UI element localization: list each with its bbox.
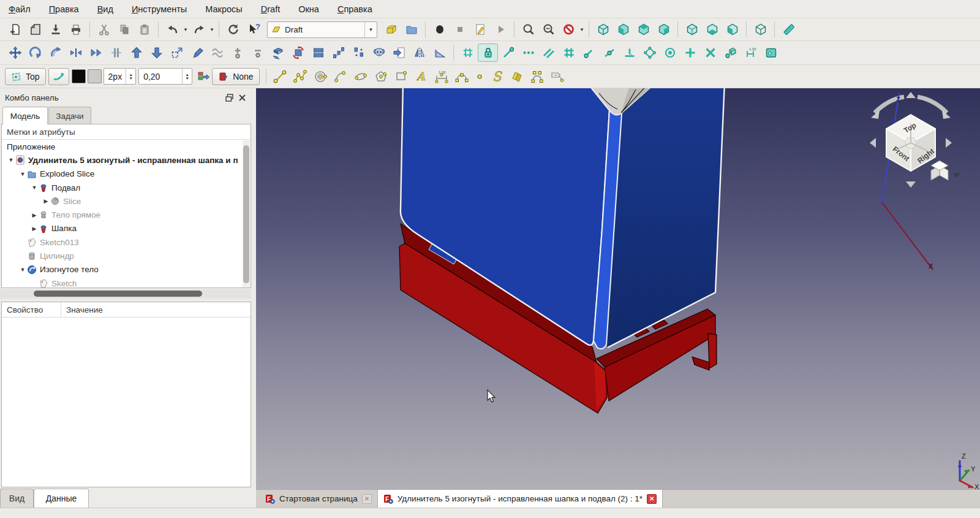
drawing-view-button[interactable] <box>389 44 409 62</box>
toggle-grid-button[interactable] <box>458 44 478 62</box>
tab-view-properties[interactable]: Вид <box>0 489 34 508</box>
menu-edit[interactable]: Правка <box>49 4 79 14</box>
draft-bspline-button[interactable] <box>452 67 472 86</box>
draft-polygon-button[interactable] <box>371 67 391 86</box>
point-array-button[interactable] <box>349 44 369 62</box>
line-width-spinbox[interactable]: 2px ▲▼ <box>104 68 137 85</box>
value-column-header[interactable]: Значение <box>61 305 103 314</box>
scale-button[interactable] <box>167 44 187 62</box>
draft-ellipse-button[interactable] <box>351 67 371 86</box>
tree-item-telo-pryamoe[interactable]: ▶ Тело прямое <box>2 208 251 221</box>
clipping-plane-button[interactable] <box>559 20 579 39</box>
snap-angle-button[interactable] <box>639 44 660 62</box>
clone-button[interactable] <box>369 44 389 62</box>
view-left-button[interactable] <box>722 20 742 39</box>
macro-record-button[interactable] <box>429 20 450 39</box>
workbench-dropdown-arrow[interactable]: ▼ <box>364 22 377 37</box>
draft-rectangle-button[interactable] <box>391 67 412 86</box>
draft-arc-button[interactable] <box>331 67 351 86</box>
shape-2d-view-button[interactable] <box>268 44 288 62</box>
3d-viewport[interactable]: Z X Top Front Right Z Y X <box>256 88 980 489</box>
expand-arrow-icon[interactable]: ▶ <box>42 198 50 204</box>
open-document-button[interactable] <box>25 20 45 39</box>
tree-horizontal-scrollbar[interactable] <box>0 289 251 299</box>
upgrade-button[interactable] <box>126 44 146 62</box>
draft-to-sketch-button[interactable] <box>288 44 308 62</box>
snap-dimensions-button[interactable]: 1.00 <box>741 44 761 62</box>
snap-center-button[interactable] <box>660 44 680 62</box>
zoom-out-button[interactable] <box>538 20 559 39</box>
tree-item-cylinder[interactable]: Цилиндр <box>2 249 251 262</box>
line-color-swatch[interactable] <box>72 69 86 83</box>
snap-parallel-button[interactable] <box>538 44 559 62</box>
property-column-header[interactable]: Свойство <box>2 302 61 317</box>
tree-item-podval[interactable]: ▼ Подвал <box>2 181 251 194</box>
autogroup-button[interactable]: None <box>212 68 259 85</box>
trimex-button[interactable] <box>66 44 86 62</box>
slope-button[interactable] <box>429 44 450 62</box>
print-button[interactable] <box>66 20 86 39</box>
macro-play-button[interactable] <box>490 20 510 39</box>
menu-tools[interactable]: Инструменты <box>132 4 187 14</box>
draft-facebinder-button[interactable] <box>507 67 527 86</box>
expand-arrow-icon[interactable]: ▼ <box>18 267 27 273</box>
join-button[interactable] <box>86 44 106 62</box>
stretch-button[interactable] <box>106 44 126 62</box>
refresh-button[interactable] <box>223 20 243 39</box>
draft-circle-button[interactable] <box>311 67 331 86</box>
redo-dropdown[interactable]: ▼ <box>209 27 215 32</box>
tree-item-shapka[interactable]: ▶ Шапка <box>2 222 251 235</box>
expand-arrow-icon[interactable]: ▶ <box>30 226 39 232</box>
expand-arrow-icon[interactable]: ▼ <box>7 157 15 163</box>
menu-macros[interactable]: Макросы <box>205 4 242 14</box>
tree-item-exploded-slice[interactable]: ▼ Exploded Slice <box>2 167 251 181</box>
move-button[interactable] <box>5 44 25 62</box>
draft-bezier-button[interactable] <box>527 67 548 86</box>
save-button[interactable] <box>45 20 66 39</box>
face-color-swatch[interactable] <box>88 69 102 83</box>
snap-intersection-button[interactable] <box>680 44 700 62</box>
close-tab-icon[interactable]: ✕ <box>647 494 657 504</box>
macro-edit-button[interactable] <box>470 20 490 39</box>
clipping-dropdown[interactable]: ▼ <box>579 27 585 32</box>
expand-arrow-icon[interactable]: ▼ <box>30 185 39 191</box>
view-top-button[interactable] <box>633 20 654 39</box>
menu-help[interactable]: Справка <box>337 4 372 14</box>
snap-perpendicular-button[interactable] <box>619 44 639 62</box>
tree-item-slice[interactable]: ▶ Slice <box>2 194 251 208</box>
downgrade-button[interactable] <box>146 44 167 62</box>
measure-distance-button[interactable] <box>778 20 799 39</box>
draft-wire-button[interactable] <box>290 67 311 86</box>
view-right-button[interactable] <box>654 20 674 39</box>
path-array-button[interactable] <box>328 44 349 62</box>
whats-this-button[interactable]: ? <box>243 20 263 39</box>
create-group-button[interactable] <box>401 20 421 39</box>
menu-view[interactable]: Вид <box>97 4 113 14</box>
tab-start-page[interactable]: F Стартовая страница ✕ <box>260 490 378 508</box>
snap-midpoint-button[interactable] <box>518 44 538 62</box>
zoom-in-button[interactable] <box>518 20 538 39</box>
copy-button[interactable] <box>114 20 134 39</box>
draft-line-button[interactable] <box>270 67 290 86</box>
cut-button[interactable] <box>94 20 114 39</box>
tree-vertical-scrollbar[interactable] <box>243 140 250 288</box>
menu-file[interactable]: Файл <box>9 4 31 14</box>
snap-near-button[interactable] <box>579 44 599 62</box>
draft-point-button[interactable] <box>472 67 487 86</box>
macro-stop-button[interactable] <box>450 20 470 39</box>
array-button[interactable] <box>308 44 328 62</box>
view-rear-button[interactable] <box>682 20 702 39</box>
draft-dimension-button[interactable]: 1.00 <box>432 67 452 86</box>
view-front-button[interactable] <box>613 20 633 39</box>
tab-model[interactable]: Модель <box>2 107 48 124</box>
scale-spinbox[interactable]: 0,20 ▲▼ <box>138 68 192 85</box>
menu-windows[interactable]: Окна <box>298 4 319 14</box>
undo-dropdown[interactable]: ▼ <box>183 27 189 32</box>
apply-style-button[interactable] <box>195 67 212 86</box>
add-point-button[interactable] <box>227 44 247 62</box>
scale-stepper[interactable]: ▲▼ <box>182 69 192 84</box>
edit-button[interactable] <box>187 44 207 62</box>
draft-shapestring-button[interactable]: S <box>487 67 507 86</box>
tree-root-application[interactable]: Приложение <box>2 140 251 153</box>
snap-extension-button[interactable] <box>599 44 619 62</box>
